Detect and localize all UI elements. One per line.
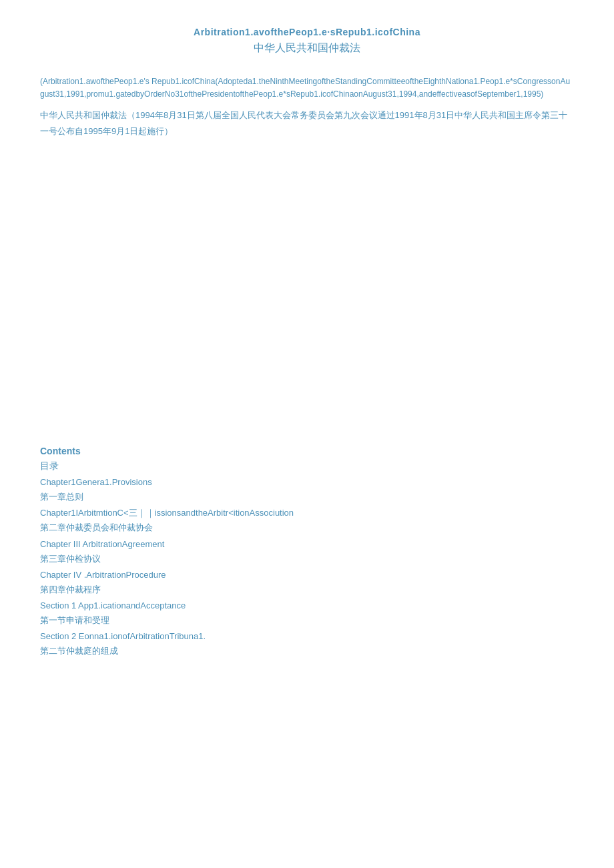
header-section: Arbitration1.avofthePeop1.e·sRepub1.icof… xyxy=(40,27,574,55)
contents-heading-chinese: 目录 xyxy=(40,460,574,472)
spacer xyxy=(40,165,574,432)
intro-section: (Arbitration1.awofthePeop1.e's Repub1.ic… xyxy=(40,75,574,139)
contents-heading: Contents xyxy=(40,446,574,456)
header-subtitle: 中华人民共和国仲裁法 xyxy=(40,41,574,55)
intro-chinese: 中华人民共和国仲裁法（1994年8月31日第八届全国人民代表大会常务委员会第九次… xyxy=(40,107,574,139)
contents-item-english: Section 2 Eonna1.ionofArbitrationTribuna… xyxy=(40,629,574,644)
contents-item-english: Chapter1IArbitmtionC<三｜｜issionsandtheArb… xyxy=(40,506,574,520)
contents-item-english: Section 1 App1.icationandAcceptance xyxy=(40,598,574,613)
contents-items-container: Chapter1Genera1.Provisions第一章总则Chapter1I… xyxy=(40,475,574,659)
contents-item-chinese: 第一章总则 xyxy=(40,490,574,504)
contents-item-chinese: 第四章仲裁程序 xyxy=(40,582,574,597)
contents-item-english: Chapter IV .ArbitrationProcedure xyxy=(40,568,574,582)
contents-item-english: Chapter III ArbitrationAgreement xyxy=(40,537,574,552)
page-container: Arbitration1.avofthePeop1.e·sRepub1.icof… xyxy=(0,0,614,868)
intro-english: (Arbitration1.awofthePeop1.e's Repub1.ic… xyxy=(40,75,574,101)
contents-item-chinese: 第一节申请和受理 xyxy=(40,613,574,628)
contents-item-chinese: 第三章仲检协议 xyxy=(40,552,574,566)
contents-item-english: Chapter1Genera1.Provisions xyxy=(40,475,574,490)
contents-item-chinese: 第二章仲裁委员会和仲裁协会 xyxy=(40,520,574,535)
contents-item-chinese: 第二节仲裁庭的组成 xyxy=(40,644,574,659)
header-title: Arbitration1.avofthePeop1.e·sRepub1.icof… xyxy=(40,27,574,37)
contents-section: Contents 目录 Chapter1Genera1.Provisions第一… xyxy=(40,446,574,659)
